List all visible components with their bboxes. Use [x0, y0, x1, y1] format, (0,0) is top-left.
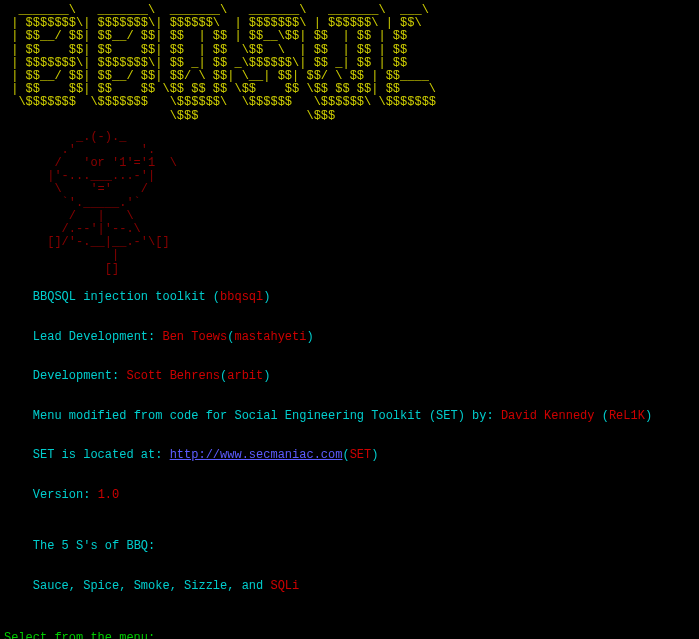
version-value: 1.0 — [98, 488, 120, 502]
menu-credit-handle: ReL1K — [609, 409, 645, 423]
dev-name: Scott Behrens — [126, 369, 220, 383]
menu-credit-name: David Kennedy — [501, 409, 595, 423]
toolkit-name: bbqsql — [220, 290, 263, 304]
bbq-sqli: SQLi — [270, 579, 299, 593]
set-location-label: SET is located at: — [33, 448, 170, 462]
bbq-header: The 5 S's of BBQ: — [33, 539, 155, 553]
menu-credit-label: Menu modified from code for Social Engin… — [33, 409, 501, 423]
set-location-link[interactable]: http://www.secmaniac.com — [170, 448, 343, 462]
lead-dev-name: Ben Toews — [162, 330, 227, 344]
info-block: BBQSQL injection toolkit (bbqsql) Lead D… — [4, 278, 695, 607]
ascii-grill: _.(-)._ .' '. / 'or '1'='1 \ |'-...___..… — [4, 131, 695, 276]
version-label: Version: — [33, 488, 98, 502]
menu-header: Select from the menu: — [4, 632, 695, 639]
lead-dev-handle: mastahyeti — [234, 330, 306, 344]
lead-dev-label: Lead Development: — [33, 330, 163, 344]
toolkit-label: BBQSQL injection toolkit ( — [33, 290, 220, 304]
dev-handle: arbit — [227, 369, 263, 383]
ascii-banner: _______\ _______\ _______\ _______\ ____… — [4, 4, 695, 123]
dev-label: Development: — [33, 369, 127, 383]
bbq-list: Sauce, Spice, Smoke, Sizzle, and — [33, 579, 271, 593]
